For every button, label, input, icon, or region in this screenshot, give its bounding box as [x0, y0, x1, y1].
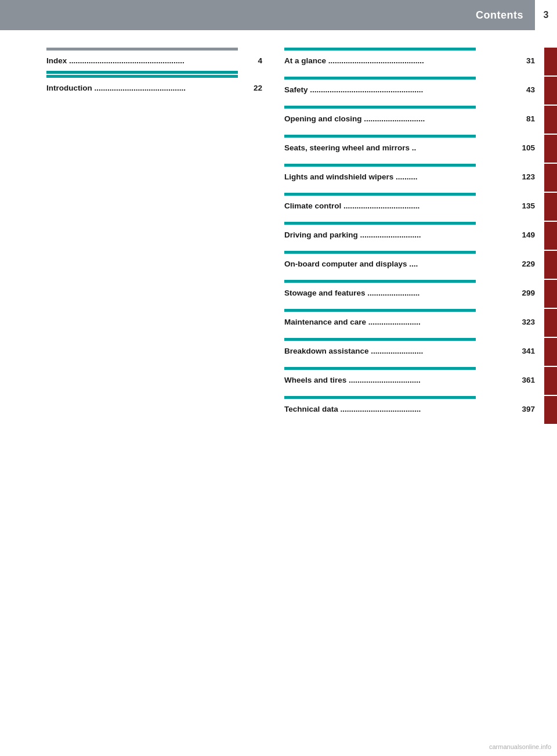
toc-page-stowage: 299	[515, 289, 535, 297]
divider-safety	[284, 77, 476, 80]
toc-label-opening-closing: Opening and closing ....................…	[284, 114, 515, 123]
row-opening-closing: Opening and closing ....................…	[284, 106, 557, 134]
toc-entry-climate-control: Climate control ........................…	[284, 197, 540, 214]
toc-section-seats-steering: Seats, steering wheel and mirrors .. 105	[284, 135, 540, 160]
toc-entry-index: Index ..................................…	[46, 52, 267, 69]
row-stowage: Stowage and features ...................…	[284, 280, 557, 308]
toc-section-driving-parking: Driving and parking ....................…	[284, 222, 540, 247]
divider-lights-wipers	[284, 164, 476, 167]
toc-label-stowage: Stowage and features ...................…	[284, 289, 515, 297]
toc-section-stowage: Stowage and features ...................…	[284, 280, 540, 305]
toc-label-technical-data: Technical data .........................…	[284, 405, 515, 413]
divider-seats-steering	[284, 135, 476, 138]
header-bar: Contents 3	[0, 0, 557, 30]
divider-onboard-computer	[284, 251, 476, 254]
toc-label-index: Index ..................................…	[46, 56, 242, 65]
left-column: Index ..................................…	[0, 48, 278, 425]
right-column: At a glance ............................…	[278, 48, 557, 425]
toc-section-wheels-tires: Wheels and tires .......................…	[284, 367, 540, 393]
row-lights-wipers: Lights and windshield wipers .......... …	[284, 164, 557, 192]
toc-label-breakdown: Breakdown assistance ...................…	[284, 347, 515, 355]
row-climate-control: Climate control ........................…	[284, 193, 557, 221]
toc-entry-wheels-tires: Wheels and tires .......................…	[284, 371, 540, 388]
toc-section-at-a-glance: At a glance ............................…	[284, 48, 540, 73]
row-technical-data: Technical data .........................…	[284, 396, 557, 424]
page-number: 3	[535, 0, 557, 30]
main-content: Index ..................................…	[0, 30, 557, 442]
toc-section-climate-control: Climate control ........................…	[284, 193, 540, 218]
color-tab-climate-control	[544, 193, 557, 221]
toc-entry-at-a-glance: At a glance ............................…	[284, 52, 540, 69]
toc-page-wheels-tires: 361	[515, 376, 535, 384]
toc-page-technical-data: 397	[515, 405, 535, 413]
toc-page-onboard-computer: 229	[515, 260, 535, 268]
row-safety: Safety .................................…	[284, 77, 557, 105]
toc-section-maintenance: Maintenance and care ...................…	[284, 309, 540, 334]
divider-index	[46, 48, 238, 51]
toc-label-maintenance: Maintenance and care ...................…	[284, 318, 515, 326]
divider-wheels-tires	[284, 367, 476, 370]
toc-page-index: 4	[242, 56, 262, 65]
color-tab-lights-wipers	[544, 164, 557, 192]
toc-section-safety: Safety .................................…	[284, 77, 540, 102]
toc-label-onboard-computer: On-board computer and displays ....	[284, 260, 515, 268]
toc-entry-seats-steering: Seats, steering wheel and mirrors .. 105	[284, 139, 540, 156]
toc-entry-stowage: Stowage and features ...................…	[284, 284, 540, 301]
toc-entry-driving-parking: Driving and parking ....................…	[284, 226, 540, 243]
color-tab-wheels-tires	[544, 367, 557, 395]
toc-section-technical-data: Technical data .........................…	[284, 396, 540, 422]
toc-page-introduction: 22	[242, 84, 262, 92]
toc-page-breakdown: 341	[515, 347, 535, 355]
divider-maintenance	[284, 309, 476, 312]
color-tab-technical-data	[544, 396, 557, 424]
toc-entry-onboard-computer: On-board computer and displays .... 229	[284, 255, 540, 272]
color-tab-onboard-computer	[544, 251, 557, 279]
toc-label-seats-steering: Seats, steering wheel and mirrors ..	[284, 143, 515, 152]
divider-driving-parking	[284, 222, 476, 225]
divider-climate-control	[284, 193, 476, 196]
divider-breakdown	[284, 338, 476, 341]
color-tab-stowage	[544, 280, 557, 308]
toc-label-safety: Safety .................................…	[284, 85, 515, 94]
row-driving-parking: Driving and parking ....................…	[284, 222, 557, 250]
color-tab-opening-closing	[544, 106, 557, 134]
toc-label-at-a-glance: At a glance ............................…	[284, 56, 515, 65]
color-tab-at-a-glance	[544, 48, 557, 75]
toc-section-breakdown: Breakdown assistance ...................…	[284, 338, 540, 363]
toc-label-introduction: Introduction ...........................…	[46, 84, 242, 92]
divider-opening-closing	[284, 106, 476, 109]
color-tab-breakdown	[544, 338, 557, 366]
toc-page-safety: 43	[515, 85, 535, 94]
divider-introduction	[46, 75, 238, 78]
toc-label-climate-control: Climate control ........................…	[284, 201, 515, 210]
color-tab-seats-steering	[544, 135, 557, 163]
toc-section-opening-closing: Opening and closing ....................…	[284, 106, 540, 131]
row-wheels-tires: Wheels and tires .......................…	[284, 367, 557, 395]
header-title-area: Contents	[476, 0, 535, 30]
color-tab-safety	[544, 77, 557, 105]
toc-section-introduction: Introduction ...........................…	[46, 75, 267, 96]
toc-label-lights-wipers: Lights and windshield wipers ..........	[284, 172, 515, 181]
toc-section-lights-wipers: Lights and windshield wipers .......... …	[284, 164, 540, 189]
divider-between-left	[46, 71, 238, 74]
toc-section-onboard-computer: On-board computer and displays .... 229	[284, 251, 540, 276]
row-maintenance: Maintenance and care ...................…	[284, 309, 557, 337]
divider-stowage	[284, 280, 476, 283]
toc-page-seats-steering: 105	[515, 143, 535, 152]
toc-page-climate-control: 135	[515, 201, 535, 210]
row-at-a-glance: At a glance ............................…	[284, 48, 557, 75]
toc-label-wheels-tires: Wheels and tires .......................…	[284, 376, 515, 384]
page-title: Contents	[476, 9, 535, 21]
toc-entry-maintenance: Maintenance and care ...................…	[284, 313, 540, 330]
toc-page-maintenance: 323	[515, 318, 535, 326]
color-tab-maintenance	[544, 309, 557, 337]
color-tab-driving-parking	[544, 222, 557, 250]
toc-label-driving-parking: Driving and parking ....................…	[284, 231, 515, 239]
toc-page-driving-parking: 149	[515, 231, 535, 239]
row-onboard-computer: On-board computer and displays .... 229	[284, 251, 557, 279]
toc-entry-technical-data: Technical data .........................…	[284, 400, 540, 417]
toc-section-index: Index ..................................…	[46, 48, 267, 69]
divider-at-a-glance	[284, 48, 476, 51]
toc-page-opening-closing: 81	[515, 114, 535, 123]
toc-entry-breakdown: Breakdown assistance ...................…	[284, 342, 540, 359]
